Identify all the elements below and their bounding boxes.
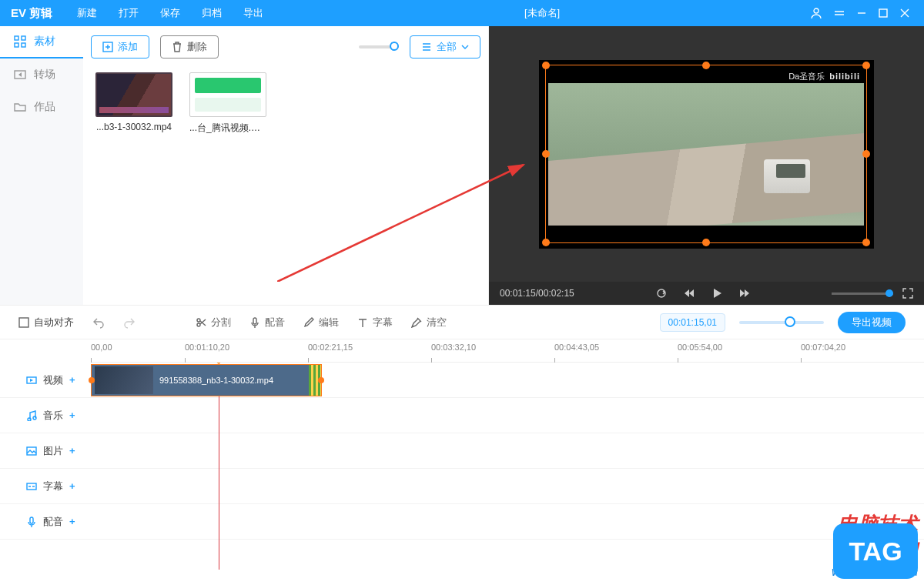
svg-point-14 — [28, 418, 31, 421]
add-track-button[interactable]: + — [69, 445, 75, 456]
preview-pane: Da圣音乐 bilibili 00:01:15/00:02:15 — [489, 26, 924, 305]
voice-track: 配音+ — [0, 504, 924, 540]
media-thumb[interactable]: ...台_腾讯视频.mp4 — [189, 72, 266, 135]
preview-canvas[interactable]: Da圣音乐 bilibili — [539, 60, 874, 249]
sidebar-item-transition[interactable]: 转场 — [0, 58, 83, 91]
video-track: 视频+ 991558388_nb3-1-30032.mp4 — [0, 363, 924, 398]
svg-rect-1 — [879, 9, 887, 17]
trash-icon — [172, 42, 182, 52]
redo-button[interactable] — [123, 316, 136, 329]
clip-thumbnail — [95, 366, 153, 394]
image-track: 图片+ — [0, 433, 924, 469]
voice-icon — [26, 516, 37, 527]
sidebar-item-media[interactable]: 素材 — [0, 26, 83, 58]
export-video-button[interactable]: 导出视频 — [838, 312, 906, 333]
svg-rect-9 — [19, 318, 28, 327]
add-track-button[interactable]: + — [69, 516, 75, 527]
minimize-icon[interactable] — [856, 8, 867, 18]
loop-icon[interactable] — [656, 288, 667, 299]
text-icon — [357, 317, 368, 328]
filter-dropdown[interactable]: 全部 — [410, 35, 480, 58]
svg-point-0 — [814, 8, 819, 13]
subtitle-button[interactable]: 字幕 — [357, 316, 393, 329]
subtitle-icon — [26, 481, 37, 492]
subtitle-track: 字幕+ — [0, 469, 924, 504]
maximize-icon[interactable] — [878, 8, 889, 18]
transition-icon — [14, 69, 26, 81]
rewind-icon[interactable] — [684, 288, 695, 299]
auto-align-checkbox[interactable]: 自动对齐 — [18, 316, 74, 329]
delete-button[interactable]: 删除 — [160, 35, 219, 58]
dub-button[interactable]: 配音 — [249, 316, 285, 329]
thumb-size-slider[interactable] — [359, 45, 399, 48]
undo-icon — [92, 316, 105, 329]
edit-button[interactable]: 编辑 — [303, 316, 339, 329]
menu-archive[interactable]: 归档 — [191, 0, 233, 26]
svg-rect-18 — [30, 517, 33, 523]
timeline-toolbar: 自动对齐 分割 配音 编辑 字幕 清空 00:01:15,01 导出视频 — [0, 305, 924, 339]
ruler-tick: 00,00 — [91, 343, 112, 352]
media-pane: 添加 删除 全部 ...b3-1-30032.mp4 — [83, 26, 489, 305]
add-track-button[interactable]: + — [69, 374, 75, 386]
ruler-tick: 00:04:43,05 — [554, 343, 599, 352]
close-icon[interactable] — [899, 8, 910, 18]
add-button[interactable]: 添加 — [91, 35, 149, 58]
sidebar-item-label: 转场 — [34, 68, 55, 82]
ruler-tick: 00:01:10,20 — [185, 343, 229, 352]
pencil-icon — [303, 317, 314, 328]
time-display: 00:01:15/00:02:15 — [500, 288, 574, 299]
ruler-tick: 00:07:04,20 — [801, 343, 845, 352]
forward-icon[interactable] — [739, 288, 750, 299]
title-bar: EV 剪辑 新建 打开 保存 归档 导出 [未命名] — [0, 0, 924, 26]
svg-rect-17 — [27, 483, 36, 490]
document-title: [未命名] — [274, 6, 810, 20]
svg-rect-16 — [27, 447, 36, 455]
list-icon — [421, 42, 432, 52]
image-icon — [26, 446, 37, 456]
folder-icon — [14, 101, 26, 113]
ruler-tick: 00:03:32,10 — [431, 343, 476, 352]
app-name: EV 剪辑 — [0, 6, 66, 21]
audio-track: 音乐+ — [0, 398, 924, 433]
menu-save[interactable]: 保存 — [149, 0, 191, 26]
play-icon[interactable] — [711, 288, 722, 299]
video-clip[interactable]: 991558388_nb3-1-30032.mp4 — [91, 364, 322, 396]
selection-box[interactable] — [545, 65, 867, 243]
broom-icon — [411, 317, 422, 328]
playhead-time: 00:01:15,01 — [660, 313, 725, 332]
svg-rect-2 — [15, 36, 18, 40]
import-icon — [102, 42, 113, 52]
mic-icon — [249, 317, 260, 328]
sidebar-item-label: 作品 — [34, 100, 55, 114]
sidebar-item-label: 素材 — [34, 35, 55, 48]
volume-slider[interactable] — [832, 292, 893, 295]
split-button[interactable]: 分割 — [196, 316, 231, 329]
thumbnail-label: ...台_腾讯视频.mp4 — [189, 122, 266, 135]
zoom-slider[interactable] — [739, 321, 824, 324]
video-icon — [26, 375, 37, 386]
user-icon[interactable] — [810, 7, 822, 19]
menu-export[interactable]: 导出 — [233, 0, 274, 26]
thumbnail-image — [95, 72, 172, 117]
time-ruler[interactable]: 00,00 00:01:10,20 00:02:21,15 00:03:32,1… — [91, 339, 924, 363]
clear-button[interactable]: 清空 — [411, 316, 447, 329]
fullscreen-icon[interactable] — [902, 288, 913, 299]
add-track-button[interactable]: + — [69, 480, 75, 492]
undo-button[interactable] — [92, 316, 105, 329]
menu-open[interactable]: 打开 — [108, 0, 149, 26]
music-icon — [26, 410, 37, 421]
add-track-button[interactable]: + — [69, 410, 75, 421]
chevron-down-icon — [461, 43, 469, 51]
skin-icon[interactable] — [833, 7, 845, 19]
sidebar: 素材 转场 作品 — [0, 26, 83, 305]
svg-point-10 — [197, 319, 200, 322]
svg-point-15 — [33, 416, 36, 420]
svg-point-11 — [197, 323, 200, 326]
ruler-tick: 00:02:21,15 — [308, 343, 353, 352]
sidebar-item-works[interactable]: 作品 — [0, 91, 83, 123]
svg-rect-5 — [22, 43, 25, 47]
media-thumb[interactable]: ...b3-1-30032.mp4 — [95, 72, 172, 135]
menu-new[interactable]: 新建 — [66, 0, 108, 26]
filter-label: 全部 — [437, 40, 457, 54]
timeline: 00,00 00:01:10,20 00:02:21,15 00:03:32,1… — [0, 339, 924, 570]
